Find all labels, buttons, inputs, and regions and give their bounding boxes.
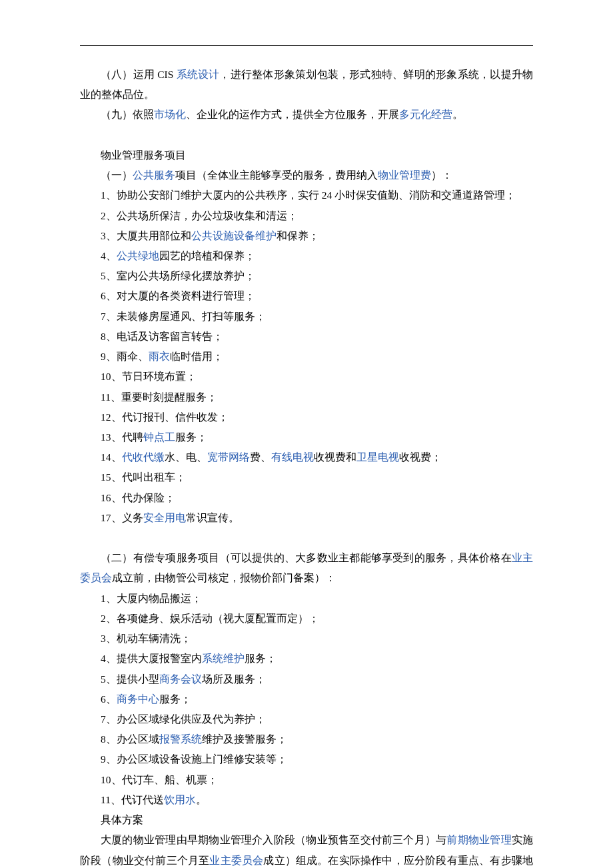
text: 服务；: [159, 693, 191, 705]
list-item: 10、代订车、船、机票；: [80, 770, 533, 790]
list-item: 7、办公区域绿化供应及代为养护；: [80, 709, 533, 729]
link-diversified-operation[interactable]: 多元化经营: [399, 109, 452, 120]
text: 收视费；: [399, 451, 442, 463]
list-item: 4、提供大厦报警室内系统维护服务；: [80, 649, 533, 669]
section-one-heading: （一）公共服务项目（全体业主能够享受的服务，费用纳入物业管理费）：: [80, 165, 533, 185]
link-public-service[interactable]: 公共服务: [133, 169, 175, 181]
list-item: 1、大厦内物品搬运；: [80, 589, 533, 609]
list-item: 7、未装修房屋通风、打扫等服务；: [80, 307, 533, 327]
link-public-green[interactable]: 公共绿地: [117, 250, 159, 261]
text: 5、提供小型: [101, 673, 159, 685]
paragraph-nine: （九）依照市场化、企业化的运作方式，提供全方位服务，开展多元化经营。: [80, 105, 533, 125]
link-property-fee[interactable]: 物业管理费: [378, 169, 431, 181]
text: 服务；: [245, 653, 277, 664]
link-system-maintenance[interactable]: 系统维护: [202, 653, 245, 664]
text: （九）依照: [101, 109, 154, 120]
text: 14、: [101, 451, 122, 463]
list-item: 6、对大厦的各类资料进行管理；: [80, 286, 533, 306]
link-hourly-worker[interactable]: 钟点工: [143, 431, 175, 443]
text: 项目（全体业主能够享受的服务，费用纳入: [175, 169, 378, 181]
list-item: 11、重要时刻提醒服务；: [80, 387, 533, 407]
list-item: 5、室内公共场所绿化摆放养护；: [80, 266, 533, 286]
list-item: 5、提供小型商务会议场所及服务；: [80, 669, 533, 689]
link-safe-electricity[interactable]: 安全用电: [143, 512, 186, 523]
list-item: 12、代订报刊、信件收发；: [80, 407, 533, 427]
text: （八）运用 CIS: [101, 69, 177, 80]
list-item: 8、办公区域报警系统维护及接警服务；: [80, 729, 533, 749]
list-item: 3、大厦共用部位和公共设施设备维护和保养；: [80, 226, 533, 246]
text: 4、提供大厦报警室内: [101, 653, 202, 664]
link-owners-committee-2[interactable]: 业主委员会: [209, 855, 263, 866]
text: 17、义务: [101, 512, 143, 523]
list-item: 13、代聘钟点工服务；: [80, 427, 533, 447]
text: 11、代订代送: [101, 794, 164, 805]
link-marketization[interactable]: 市场化: [154, 109, 186, 120]
plan-paragraph: 大厦的物业管理由早期物业管理介入阶段（物业预售至交付前三个月）与前期物业管理实施…: [80, 830, 533, 868]
plan-title: 具体方案: [80, 810, 533, 830]
list-item: 16、代办保险；: [80, 488, 533, 508]
list-item: 1、协助公安部门维护大厦内的公共秩序，实行 24 小时保安值勤、消防和交通道路管…: [80, 185, 533, 205]
text: 和保养；: [277, 230, 319, 241]
list-item: 8、电话及访客留言转告；: [80, 327, 533, 347]
text: 成立前，由物管公司核定，报物价部门备案）：: [112, 572, 336, 583]
horizontal-rule: [80, 45, 533, 46]
text: 场所及服务；: [202, 673, 266, 685]
link-early-property-management[interactable]: 前期物业管理: [446, 834, 511, 845]
section-two-heading: （二）有偿专项服务项目（可以提供的、大多数业主都能够享受到的服务，具体价格在业主…: [80, 548, 533, 588]
list-item: 17、义务安全用电常识宣传。: [80, 508, 533, 528]
link-drinking-water[interactable]: 饮用水: [164, 794, 196, 805]
text: 13、代聘: [101, 431, 143, 443]
blank-line: [80, 528, 533, 548]
text: （二）有偿专项服务项目（可以提供的、大多数业主都能够享受到的服务，具体价格在: [101, 552, 512, 563]
section-one-title: 物业管理服务项目: [80, 145, 533, 165]
text: 水、电、: [165, 451, 207, 463]
text: 收视费和: [314, 451, 356, 463]
link-system-design[interactable]: 系统设计: [177, 69, 220, 80]
list-item: 15、代叫出租车；: [80, 467, 533, 487]
link-raincoat[interactable]: 雨衣: [149, 351, 170, 362]
text: 大厦的物业管理由早期物业管理介入阶段（物业预售至交付前三个月）与: [101, 834, 446, 845]
link-broadband[interactable]: 宽带网络: [207, 451, 250, 463]
text: 3、大厦共用部位和: [101, 230, 191, 241]
text: 园艺的培植和保养；: [159, 250, 255, 261]
text: 6、: [101, 693, 117, 705]
text: 9、雨伞、: [101, 351, 149, 362]
link-business-center[interactable]: 商务中心: [117, 693, 159, 705]
text: ）：: [431, 169, 452, 181]
list-item: 14、代收代缴水、电、宽带网络费、有线电视收视费和卫星电视收视费；: [80, 447, 533, 467]
text: 服务；: [175, 431, 207, 443]
text: （一）: [101, 169, 133, 181]
text: 、企业化的运作方式，提供全方位服务，开展: [186, 109, 399, 120]
document-page: （八）运用 CIS 系统设计，进行整体形象策划包装，形式独特、鲜明的形象系统，以…: [0, 0, 613, 868]
blank-line: [80, 125, 533, 145]
text: 临时借用；: [170, 351, 223, 362]
list-item: 2、公共场所保洁，办公垃圾收集和清运；: [80, 206, 533, 226]
link-satellite-tv[interactable]: 卫星电视: [356, 451, 399, 463]
list-item: 4、公共绿地园艺的培植和保养；: [80, 246, 533, 266]
list-item: 9、雨伞、雨衣临时借用；: [80, 347, 533, 367]
text: 8、办公区域: [101, 733, 159, 745]
list-item: 2、各项健身、娱乐活动（视大厦配置而定）；: [80, 609, 533, 629]
list-item: 3、机动车辆清洗；: [80, 629, 533, 649]
text: 常识宣传。: [186, 512, 239, 523]
list-item: 10、节日环境布置；: [80, 367, 533, 387]
list-item: 6、商务中心服务；: [80, 689, 533, 709]
paragraph-eight: （八）运用 CIS 系统设计，进行整体形象策划包装，形式独特、鲜明的形象系统，以…: [80, 65, 533, 105]
link-cable-tv[interactable]: 有线电视: [271, 451, 314, 463]
list-item: 11、代订代送饮用水。: [80, 790, 533, 810]
list-item: 9、办公区域设备设施上门维修安装等；: [80, 749, 533, 769]
link-public-facility-maintenance[interactable]: 公共设施设备维护: [191, 230, 277, 241]
text: 费、: [250, 451, 271, 463]
text: 维护及接警服务；: [202, 733, 287, 745]
text: 4、: [101, 250, 117, 261]
text: 。: [196, 794, 207, 805]
text: 。: [452, 109, 463, 120]
link-collect-pay[interactable]: 代收代缴: [122, 451, 165, 463]
link-alarm-system[interactable]: 报警系统: [159, 733, 202, 745]
link-business-meeting[interactable]: 商务会议: [159, 673, 202, 685]
